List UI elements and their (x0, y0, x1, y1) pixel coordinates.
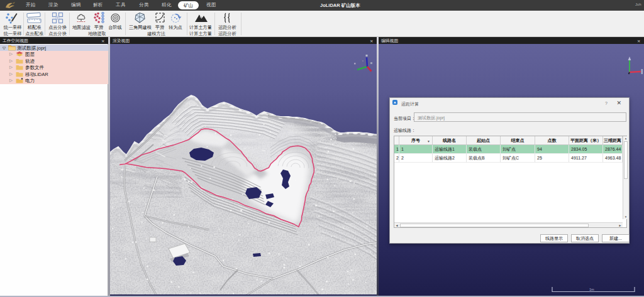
svg-text:1m: 1m (589, 288, 594, 291)
